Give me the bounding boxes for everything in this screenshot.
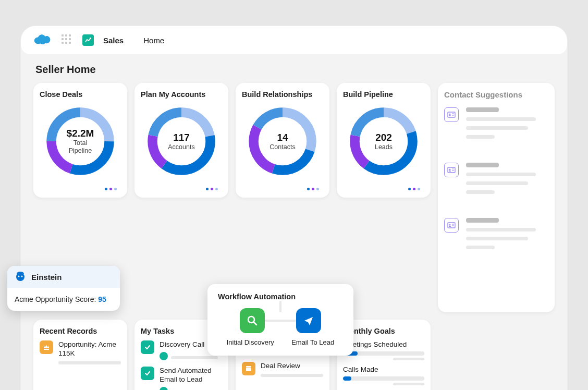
card-title: Monthly Goals [343, 327, 424, 335]
kpi-value: 14 [277, 132, 288, 143]
kpi-label: Contacts [270, 143, 295, 151]
placeholder-bar [171, 356, 218, 359]
goal-label: Meetings Scheduled [343, 340, 424, 348]
svg-point-36 [21, 276, 23, 277]
svg-rect-16 [448, 112, 455, 117]
task-item[interactable]: Send Automated Email to Lead [141, 367, 222, 390]
search-icon [240, 308, 265, 333]
svg-point-35 [18, 276, 20, 277]
avatar-icon [160, 352, 168, 360]
placeholder-bar [393, 383, 424, 385]
recent-records-panel: Recent Records Opportunity: Acme 115K [33, 320, 127, 390]
donut-chart: 202 Leads [345, 103, 422, 180]
kpi-plan-accounts[interactable]: Plan My Accounts 117 Accounts [134, 83, 228, 198]
pagination-dots[interactable] [242, 183, 323, 192]
kpi-build-pipeline[interactable]: Build Pipeline 202 Leads [337, 83, 431, 198]
svg-rect-33 [246, 366, 251, 368]
workflow-step-label: Email To Lead [291, 338, 334, 346]
progress-bar [343, 351, 424, 356]
connector-line [265, 320, 296, 322]
einstein-popup[interactable]: Einstein Acme Opportunity Score: 95 [7, 266, 120, 311]
task-text: Send Automated Email to Lead [160, 367, 222, 384]
salesforce-logo-icon [33, 33, 52, 47]
app-launcher-icon[interactable] [62, 34, 73, 46]
einstein-score: 95 [98, 295, 106, 303]
calendar-icon [242, 362, 255, 375]
card-title: Recent Records [40, 327, 121, 335]
card-title: Build Pipeline [343, 90, 424, 99]
contact-suggestion-item[interactable] [444, 163, 548, 199]
einstein-body: Acme Opportunity Score: 95 [7, 288, 120, 311]
pagination-dots[interactable] [40, 183, 121, 192]
contact-card-icon [444, 163, 459, 177]
card-title: Build Relationships [242, 90, 323, 99]
contact-card-icon [444, 107, 459, 122]
page-title: Seller Home [35, 64, 567, 76]
event-item[interactable]: Deal Review [242, 362, 323, 377]
pagination-dots[interactable] [141, 183, 222, 192]
contact-card-icon [444, 218, 459, 233]
einstein-text: Acme Opportunity Score: [15, 295, 98, 303]
kpi-label: Leads [375, 143, 393, 151]
goal-label: Calls Made [343, 365, 424, 373]
workflow-step[interactable] [240, 308, 265, 333]
donut-chart: 117 Accounts [143, 103, 220, 180]
card-title: Close Deals [40, 90, 121, 99]
connector-line [279, 301, 281, 312]
svg-line-38 [254, 322, 256, 325]
workflow-popup[interactable]: Workflow Automation Initial Discovery Em… [207, 284, 353, 356]
contact-suggestion-item[interactable] [444, 107, 548, 144]
card-title: Plan My Accounts [141, 90, 222, 99]
svg-point-21 [449, 169, 451, 170]
workflow-step-label: Initial Discovery [227, 338, 274, 346]
record-text: Opportunity: Acme 115K [58, 340, 121, 358]
kpi-value: $2.2M [67, 128, 94, 139]
checkbox-checked-icon[interactable] [141, 367, 154, 380]
checkbox-checked-icon[interactable] [141, 340, 154, 354]
app-name: Sales [103, 36, 124, 45]
recent-record-item[interactable]: Opportunity: Acme 115K [40, 340, 121, 364]
card-title: Contact Suggestions [444, 90, 548, 99]
svg-point-25 [449, 224, 451, 226]
sales-app-icon [82, 34, 94, 46]
workflow-diagram [218, 308, 343, 333]
einstein-title: Einstein [31, 273, 62, 282]
kpi-build-relationships[interactable]: Build Relationships 14 Contacts [236, 83, 329, 198]
workflow-step[interactable] [296, 308, 321, 333]
nav-home[interactable]: Home [143, 36, 164, 45]
event-text: Deal Review [261, 362, 323, 371]
opportunity-icon [40, 340, 53, 354]
progress-bar [343, 376, 424, 381]
einstein-icon [15, 271, 26, 283]
send-icon [296, 308, 321, 333]
svg-rect-20 [448, 167, 455, 173]
workflow-title: Workflow Automation [218, 292, 343, 301]
einstein-header: Einstein [7, 266, 120, 288]
avatar-icon [160, 387, 168, 390]
svg-rect-24 [448, 223, 455, 228]
placeholder-bar [261, 374, 323, 377]
donut-chart: 14 Contacts [244, 103, 321, 180]
kpi-value: 202 [375, 132, 392, 143]
contact-suggestion-item[interactable] [444, 218, 548, 254]
svg-point-17 [449, 114, 451, 115]
kpi-close-deals[interactable]: Close Deals $2.2M Total Pipeline [33, 83, 127, 198]
contact-suggestions-panel: Contact Suggestions [438, 83, 555, 312]
kpi-label: Accounts [168, 143, 194, 151]
kpi-value: 117 [173, 132, 190, 143]
kpi-label: Total Pipeline [69, 139, 92, 155]
top-bar: Sales Home [21, 26, 567, 54]
pagination-dots[interactable] [343, 183, 424, 192]
donut-chart: $2.2M Total Pipeline [42, 103, 119, 180]
placeholder-bar [393, 358, 424, 360]
placeholder-bar [58, 361, 121, 364]
